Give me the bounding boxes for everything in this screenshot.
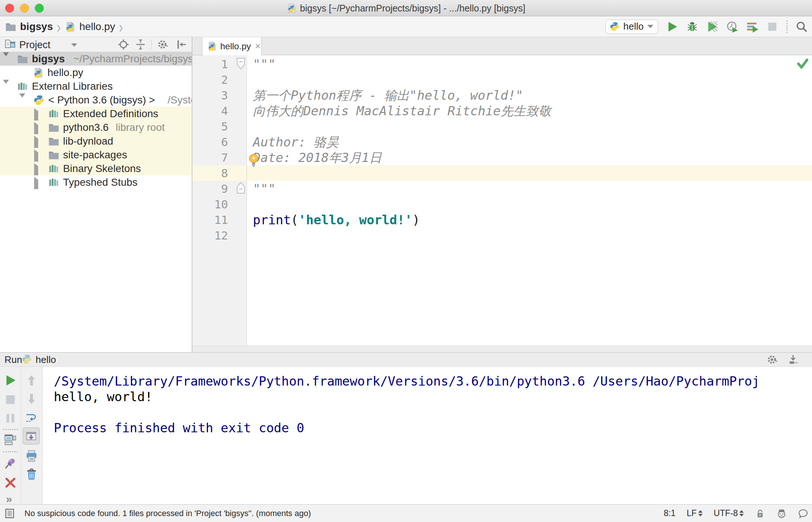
tree-label: Typeshed Stubs <box>63 176 138 188</box>
code-line[interactable]: 9""" <box>192 181 812 196</box>
gear-settings-icon[interactable] <box>157 39 168 50</box>
tree-row-typeshed-stubs[interactable]: Typeshed Stubs <box>0 175 192 189</box>
collapse-arrow-icon[interactable] <box>34 180 38 189</box>
main-toolbar: bigsys › hello.py › hello <box>0 16 812 37</box>
line-separator-widget[interactable]: LF <box>687 508 703 518</box>
expand-arrow-icon[interactable] <box>19 98 25 107</box>
code-line[interactable]: 3第一个Python程序 - 输出"hello, world!" <box>192 87 812 103</box>
expand-arrow-icon[interactable] <box>3 84 9 93</box>
chevron-down-icon[interactable] <box>71 43 77 47</box>
collapse-arrow-icon[interactable] <box>34 152 38 162</box>
tree-row-python-sdk[interactable]: < Python 3.6 (bigsys) > /System <box>0 93 192 107</box>
run-button[interactable] <box>666 21 678 33</box>
code-editor[interactable]: 1""" 2 3第一个Python程序 - 输出"hello, world!" … <box>192 55 812 346</box>
hide-panel-icon[interactable] <box>788 354 799 365</box>
clear-all-icon[interactable] <box>25 468 38 481</box>
code-line[interactable]: 7Date: 2018年3月1日 <box>192 150 812 165</box>
stop-button[interactable] <box>766 21 778 33</box>
code-line[interactable]: 5 <box>192 119 812 134</box>
tree-row-bigsys[interactable]: bigsys ~/PycharmProjects/bigsys <box>0 52 192 66</box>
stop-button[interactable] <box>4 393 17 406</box>
tab-title: hello.py <box>220 41 251 52</box>
breadcrumb-project[interactable]: bigsys <box>20 21 53 33</box>
rerun-button[interactable] <box>4 374 17 387</box>
code-line[interactable]: 6Author: 骆昊 <box>192 134 812 150</box>
run-panel-title[interactable]: Run <box>4 354 22 366</box>
project-panel-title[interactable]: Project <box>19 39 50 51</box>
next-occurrence-icon[interactable] <box>25 393 38 405</box>
code-line[interactable]: 2 <box>192 72 812 87</box>
encoding-widget[interactable]: UTF-8 <box>714 508 744 518</box>
folder-icon <box>48 136 59 147</box>
tree-row-site-packages[interactable]: site-packages <box>0 148 192 162</box>
inspection-ok-icon[interactable] <box>796 57 809 70</box>
python-file-icon <box>33 67 44 78</box>
profiler-button[interactable] <box>726 21 738 33</box>
code-line[interactable]: 12 <box>192 228 812 243</box>
gear-settings-icon[interactable] <box>767 354 778 365</box>
inspections-profile-icon[interactable] <box>776 508 787 519</box>
collapse-all-icon[interactable] <box>135 39 146 50</box>
tree-row-binary-skeletons[interactable]: Binary Skeletons <box>0 162 192 175</box>
run-console-output[interactable]: /System/Library/Frameworks/Python.framew… <box>43 367 812 504</box>
print-icon[interactable] <box>25 450 38 462</box>
tree-row-python36[interactable]: python3.6 library root <box>0 120 192 134</box>
run-configuration-selector[interactable]: hello <box>605 20 658 34</box>
python-icon <box>610 22 620 32</box>
run-with-coverage-button[interactable] <box>706 21 718 33</box>
tree-label: python3.6 <box>63 122 109 133</box>
code-line-caret[interactable]: 8 <box>192 165 812 181</box>
close-tab-icon[interactable]: × <box>255 40 261 52</box>
pin-tab-icon[interactable] <box>4 457 17 470</box>
chevron-right-icon: › <box>57 18 61 34</box>
code-line[interactable]: 1""" <box>192 56 812 72</box>
debug-button[interactable] <box>686 21 698 33</box>
line-number: 12 <box>192 228 228 243</box>
line-number: 5 <box>192 119 228 134</box>
status-message[interactable]: No suspicious code found. 1 files proces… <box>24 509 311 518</box>
code-line[interactable]: 4向伟大的Dennis MacAlistair Ritchie先生致敬 <box>192 103 812 119</box>
status-bar: No suspicious code found. 1 files proces… <box>0 504 812 522</box>
event-log-bubble-icon[interactable] <box>798 508 808 519</box>
navigation-breadcrumb: bigsys › hello.py › <box>5 16 123 37</box>
tree-suffix: library root <box>116 122 165 133</box>
breadcrumb-file[interactable]: hello.py <box>79 21 115 33</box>
run-tab-config-name[interactable]: hello <box>36 354 56 366</box>
code-line[interactable]: 10 <box>192 196 812 212</box>
lock-icon[interactable] <box>755 508 765 519</box>
scroll-to-end-button[interactable] <box>23 427 40 445</box>
collapse-arrow-icon[interactable] <box>34 166 38 175</box>
concurrency-diagram-button[interactable] <box>746 21 758 33</box>
restore-layout-button[interactable] <box>4 433 17 446</box>
tool-window-toggle-icon[interactable] <box>4 508 15 519</box>
collapse-arrow-icon[interactable] <box>34 111 38 120</box>
intention-bulb-icon[interactable] <box>247 153 261 167</box>
close-panel-icon[interactable] <box>4 476 17 489</box>
tab-hello-py[interactable]: hello.py × <box>202 37 261 55</box>
collapse-arrow-icon[interactable] <box>34 139 38 148</box>
search-everywhere-icon[interactable] <box>796 21 808 33</box>
toolbar-divider <box>21 367 21 504</box>
folder-icon <box>48 122 59 133</box>
soft-wrap-icon[interactable] <box>25 411 38 424</box>
expand-arrow-icon[interactable] <box>3 56 9 66</box>
locate-file-icon[interactable] <box>118 39 129 50</box>
folder-icon <box>17 53 28 65</box>
tree-row-hello-py[interactable]: hello.py <box>0 66 192 79</box>
fold-region-end-icon[interactable] <box>236 181 246 194</box>
project-tool-window: Project bigsys ~/PycharmProjects/bi <box>0 37 192 352</box>
python-icon <box>22 354 32 364</box>
code-line-print[interactable]: 11print('hello, world!') <box>192 212 812 228</box>
hide-panel-icon[interactable] <box>176 39 187 50</box>
tree-row-lib-dynload[interactable]: lib-dynload <box>0 134 192 148</box>
caret-position-widget[interactable]: 8:1 <box>664 508 676 518</box>
tree-row-external-libraries[interactable]: External Libraries <box>0 79 192 93</box>
pause-output-button[interactable] <box>4 412 17 424</box>
tree-row-extended-definitions[interactable]: Extended Definitions <box>0 107 192 120</box>
collapse-arrow-icon[interactable] <box>34 125 38 134</box>
fold-region-start-icon[interactable] <box>236 57 246 70</box>
prev-occurrence-icon[interactable] <box>25 374 38 387</box>
line-number: 8 <box>192 165 228 181</box>
tree-label: < Python 3.6 (bigsys) > <box>48 94 155 106</box>
more-actions-icon[interactable]: » <box>6 493 12 505</box>
